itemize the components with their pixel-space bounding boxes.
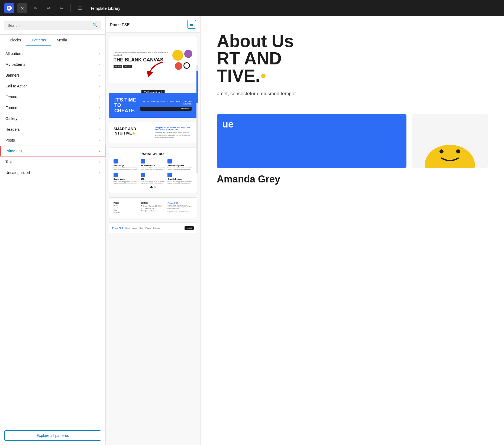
chevron-icon: › [99,138,100,142]
whatwedo-template[interactable]: WHAT WE DO Web Design Lorem ipsum dolor … [109,148,197,193]
nav-my-patterns[interactable]: My patterns › [0,59,105,70]
cta-template[interactable]: IT'S TIMETO CREATE. Do you have any ques… [109,93,197,118]
cta-get-started: Get Started [140,107,192,111]
nav-call-to-action[interactable]: Call to Action › [0,81,105,91]
bottom-link: About [133,227,137,229]
chevron-icon: › [99,149,100,153]
about-body: amet, consectetur o eiusmod tempor. [217,90,488,98]
about-dot [261,74,266,78]
nav-posts[interactable]: Posts › [0,135,105,146]
wwd-item-title: Web Design [114,165,138,166]
footer-grid: Pages Home About Blog Company Contact 📍 … [114,202,192,214]
nav-footers[interactable]: Footers › [0,102,105,113]
list-item: Reliable Results Lorem ipsum dolor sit a… [141,159,166,171]
smart-subtitle: Designed for your ideas and makes the bl… [155,127,193,130]
bottom-link: Blog [140,227,143,229]
list-item: SEO Lorem ipsum dolor sit amet, consecte… [141,173,166,184]
outline-circle [183,62,190,69]
list-item: Graphic Design Lorem ipsum dolor sit ame… [167,173,192,184]
undo-button[interactable]: ↩ [43,3,53,13]
nav-text[interactable]: Text › [0,156,105,167]
bc-explore-btn: Explore [114,65,122,68]
smart-title: SMART ANDINTUITIVE [114,127,151,135]
footer-body-text: Lorem ipsum dolor sit amet, consectetur … [167,204,192,209]
edit-icon-button[interactable]: ✏ [30,3,40,13]
content-area: Prime FSE ☰ Designed for your ideas and … [106,16,504,445]
nav-gallery[interactable]: Gallery › [0,113,105,124]
template-scroll-thumb [196,71,198,103]
footer-template[interactable]: Pages Home About Blog Company Contact 📍 … [109,197,197,218]
tab-blocks[interactable]: Blocks [4,35,26,46]
main-area: 🔍 Blocks Patterns Media All patterns › M… [0,16,504,445]
redo-button[interactable]: ↪ [56,3,66,13]
smart-left: SMART ANDINTUITIVE [114,127,151,138]
smart-template[interactable]: SMART ANDINTUITIVE Designed for your ide… [109,122,197,143]
close-button[interactable]: ✕ [17,3,27,13]
bc-title: THE BLANK CANVAS. [114,57,169,63]
footer-col-title: Contact [141,202,166,204]
character-svg [423,125,477,168]
tabs-row: Blocks Patterns Media [0,35,105,46]
character-name: Amanda Grey [217,174,488,185]
bc-pricing-btn: Pricing [123,65,131,68]
bottom-link: Home [125,227,130,229]
bottom-link: Contact [153,227,160,229]
list-item: Web Development Lorem ipsum dolor sit am… [167,159,192,171]
svg-point-3 [456,149,460,153]
purple-circle [184,50,192,58]
menu-button[interactable]: ☰ [75,3,85,13]
list-item: 📞 (316) 455-4521 [141,207,166,209]
cta-question: Do you have any question? Feel free to c… [140,100,192,105]
wwd-item-text: Lorem ipsum dolor sit amet, consectetur … [114,167,138,171]
footer-pages-col: Pages Home About Blog Company [114,202,138,214]
search-container: 🔍 [0,16,105,35]
nav-list: All patterns › My patterns › Banners › C… [0,46,105,426]
bottom-row: ue [217,114,488,168]
nav-uncategorized[interactable]: Uncategorized › [0,167,105,178]
list-item: Social Media Lorem ipsum dolor sit amet,… [114,173,138,184]
search-input[interactable] [8,23,90,28]
nav-featured[interactable]: Featured › [0,91,105,102]
filter-icon: ☰ [190,22,193,27]
nav-headers[interactable]: Headers › [0,124,105,135]
template-scroll-wrapper: Designed for your ideas and makes the bl… [106,33,200,445]
svg-point-1 [425,145,475,168]
bottom-bar-links: Home About Blog Pages Contact [125,227,160,229]
wwd-item-text: Lorem ipsum dolor sit amet, consectetur … [167,167,192,171]
nav-all-patterns[interactable]: All patterns › [0,48,105,59]
smart-body: Adipiscing and parturient lectus morbi. … [155,132,193,138]
wwd-item-title: SEO [141,178,166,180]
cta-right: Do you have any question? Feel free to c… [140,100,192,111]
bc-buttons: Explore Pricing [114,65,169,68]
list-item: Web Design Lorem ipsum dolor sit amet, c… [114,159,138,171]
chevron-icon: › [99,106,100,110]
nav-prime-fse[interactable]: Prime FSE › [0,146,105,156]
list-item: About [114,207,138,209]
template-panel-header: Prime FSE ☰ [106,16,200,33]
graphic-icon [167,173,172,177]
footer-logo-col: Prime FSE Lorem ipsum dolor sit amet, co… [167,202,192,214]
editor-preview: About Us RT AND TIVE. amet, consectetur … [201,16,504,445]
list-item: Blog [114,209,138,211]
blue-card: ue [217,114,406,168]
toolbar-title: Template Library [90,6,120,11]
filter-button[interactable]: ☰ [187,20,196,29]
wwd-item-text: Lorem ipsum dolor sit amet, consectetur … [167,181,192,184]
web-design-icon [114,159,118,163]
chevron-icon: › [99,84,100,88]
explore-all-patterns-button[interactable]: Explore all patterns [4,430,101,441]
wp-logo[interactable] [4,3,14,13]
webdev-icon [167,159,172,163]
seo-icon [141,173,145,177]
reliable-icon [141,159,145,163]
blank-canvas-template[interactable]: Designed for your ideas and makes the bl… [109,36,197,83]
blue-card-text: ue [217,114,406,135]
tab-patterns[interactable]: Patterns [26,35,51,46]
wwd-item-title: Graphic Design [167,178,192,180]
smart-right: Designed for your ideas and makes the bl… [155,127,193,138]
nav-banners[interactable]: Banners › [0,70,105,81]
red-circle [175,62,182,70]
template-scroll-track [196,65,198,174]
tab-media[interactable]: Media [51,35,72,46]
chevron-icon: › [99,117,100,120]
